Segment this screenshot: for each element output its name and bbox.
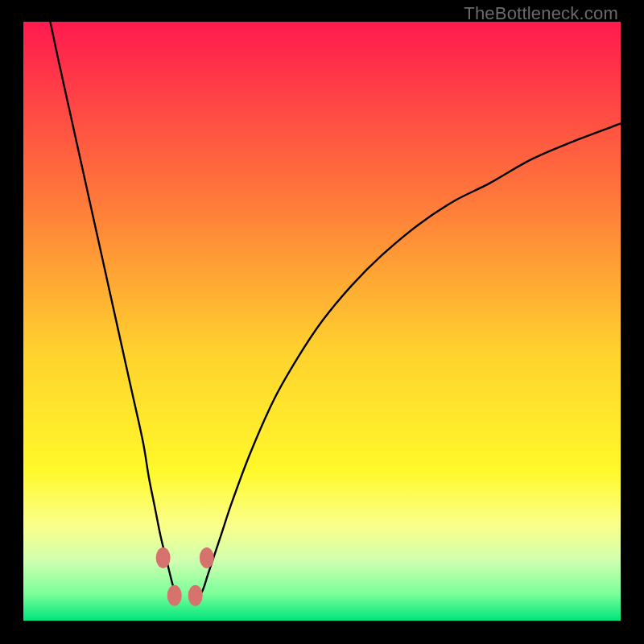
curve-marker (188, 585, 203, 606)
curve-marker (167, 585, 182, 606)
curve-marker (200, 547, 214, 568)
bottleneck-chart (23, 22, 621, 621)
curve-marker (156, 547, 171, 568)
chart-frame (23, 22, 621, 621)
